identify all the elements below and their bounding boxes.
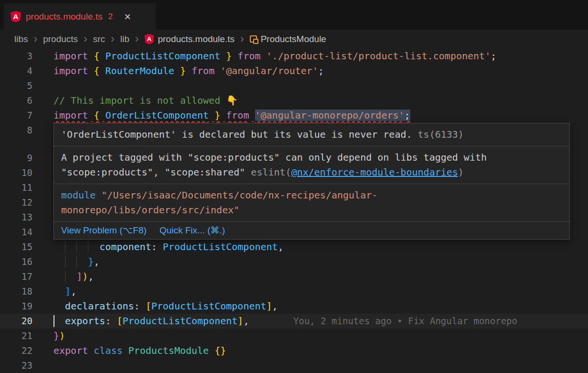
token-pun bbox=[220, 50, 226, 62]
code-line-21[interactable]: 21}) bbox=[0, 329, 588, 343]
token-pun: , bbox=[278, 241, 284, 252]
token-pun bbox=[53, 256, 88, 267]
line-number[interactable]: 6 bbox=[0, 93, 32, 108]
token-b1: [ bbox=[146, 300, 151, 312]
line-number[interactable]: 23 bbox=[0, 358, 32, 373]
line-number[interactable]: 13 bbox=[0, 210, 32, 225]
breadcrumb-separator-icon: › bbox=[134, 33, 140, 44]
line-number[interactable]: 22 bbox=[0, 343, 32, 358]
tab-title: products.module.ts bbox=[26, 11, 103, 22]
code-text: // This import is not allowed 👇 bbox=[53, 93, 238, 108]
module-path-line2: monorepo/libs/orders/src/index" bbox=[61, 204, 239, 216]
code-line-23[interactable]: 23 bbox=[0, 358, 588, 373]
breadcrumb-item-src[interactable]: src bbox=[93, 34, 105, 44]
token-kw: from bbox=[192, 65, 214, 77]
token-pun: , bbox=[243, 315, 249, 327]
breadcrumb-item-lib[interactable]: lib bbox=[120, 34, 129, 44]
token-kw: import bbox=[53, 65, 88, 77]
nx-enforce-module-boundaries-link[interactable]: @nx/enforce-module-boundaries bbox=[291, 166, 458, 178]
code-line-19[interactable]: 19 declarations: [ProductListComponent], bbox=[0, 299, 588, 314]
code-line-18[interactable]: 18 ], bbox=[0, 284, 588, 299]
line-number[interactable]: 21 bbox=[0, 329, 32, 343]
code-line-6[interactable]: 6// This import is not allowed 👇 bbox=[0, 93, 588, 108]
code-text: export class ProductsModule {} bbox=[53, 343, 226, 358]
breadcrumb-separator-icon: › bbox=[33, 33, 39, 44]
line-number[interactable]: 16 bbox=[0, 254, 32, 269]
token-b1: [ bbox=[117, 315, 122, 327]
line-number[interactable]: 20 bbox=[0, 314, 32, 329]
line-number[interactable]: 4 bbox=[0, 64, 32, 78]
token-pun: , bbox=[272, 300, 278, 312]
line-number[interactable]: 17 bbox=[0, 269, 32, 284]
token-type: ProductsModule bbox=[128, 345, 209, 356]
quick-fix-action[interactable]: Quick Fix... (⌘.) bbox=[160, 224, 225, 237]
problem-hover-popup: 'OrderListComponent' is declared but its… bbox=[53, 123, 570, 240]
line-number[interactable]: 3 bbox=[0, 49, 32, 64]
breadcrumb-label: src bbox=[93, 34, 105, 44]
token-b1: } bbox=[226, 50, 232, 62]
token-b2: } bbox=[53, 330, 59, 341]
eslint-error-line1: A project tagged with "scope:products" c… bbox=[61, 150, 562, 165]
breadcrumb-item-productsmodule[interactable]: ProductsModule bbox=[250, 34, 326, 44]
ts-error-message: 'OrderListComponent' is declared but its… bbox=[54, 123, 569, 146]
breadcrumb-label: products.module.ts bbox=[158, 34, 235, 44]
code-editor[interactable]: 'OrderListComponent' is declared but its… bbox=[0, 48, 588, 373]
ts-error-text: 'OrderListComponent' is declared but its… bbox=[61, 129, 412, 140]
token-pun: , bbox=[71, 285, 76, 297]
eslint-source-suffix: ) bbox=[458, 166, 464, 178]
breadcrumb-label: libs bbox=[14, 34, 28, 44]
code-line-5[interactable]: 5 bbox=[0, 78, 588, 93]
code-line-3[interactable]: 3import { ProductListComponent } from '.… bbox=[0, 49, 588, 64]
token-prop: exports bbox=[65, 315, 105, 327]
line-number[interactable]: 11 bbox=[0, 180, 32, 195]
token-b1: { bbox=[94, 50, 99, 62]
token-pun bbox=[220, 110, 226, 121]
breadcrumb-item-libs[interactable]: libs bbox=[14, 34, 28, 44]
hover-actions: View Problem (⌥F8) Quick Fix... (⌘.) bbox=[54, 221, 569, 239]
tab-error-count-badge: 2 bbox=[108, 12, 113, 22]
token-b1: {} bbox=[214, 345, 226, 356]
breadcrumb-item-products-module-ts[interactable]: Aproducts.module.ts bbox=[144, 34, 235, 44]
token-pun bbox=[53, 285, 65, 297]
token-b1: ] bbox=[267, 300, 272, 312]
line-number[interactable]: 18 bbox=[0, 284, 32, 299]
code-line-7[interactable]: 7import { OrderListComponent } from '@an… bbox=[0, 108, 588, 123]
code-line-20[interactable]: 20 exports: [ProductListComponent],You, … bbox=[0, 314, 588, 329]
line-number[interactable]: 10 bbox=[0, 165, 32, 180]
tab-products-module[interactable]: A products.module.ts 2 × bbox=[4, 3, 156, 30]
module-info-line1: module "/Users/isaac/Documents/code/nx-r… bbox=[61, 188, 562, 203]
token-b1: { bbox=[94, 110, 99, 121]
code-line-22[interactable]: 22export class ProductsModule {} bbox=[0, 343, 588, 358]
view-problem-action[interactable]: View Problem (⌥F8) bbox=[61, 224, 147, 237]
line-number[interactable]: 19 bbox=[0, 299, 32, 314]
code-text: ], bbox=[53, 284, 76, 299]
token-kw: from bbox=[237, 50, 260, 62]
token-pun bbox=[261, 50, 267, 62]
token-pun bbox=[174, 65, 180, 77]
line-number[interactable]: 9 bbox=[0, 151, 32, 165]
code-line-17[interactable]: 17 ]), bbox=[0, 269, 588, 284]
token-kw: export bbox=[53, 345, 88, 356]
code-line-15[interactable]: 15 component: ProductListComponent, bbox=[0, 240, 588, 254]
breadcrumb-label: products bbox=[43, 34, 78, 44]
token-prop: declarations bbox=[65, 300, 134, 312]
token-pun: , bbox=[88, 271, 94, 282]
line-number[interactable]: 12 bbox=[0, 195, 32, 210]
code-line-4[interactable]: 4import { RouterModule } from '@angular/… bbox=[0, 64, 588, 78]
token-pun: : bbox=[105, 315, 117, 327]
token-cls: ProductListComponent bbox=[123, 315, 238, 327]
breadcrumb-item-products[interactable]: products bbox=[43, 34, 78, 44]
line-number[interactable]: 14 bbox=[0, 225, 32, 240]
token-pun bbox=[99, 65, 105, 77]
line-number[interactable]: 15 bbox=[0, 240, 32, 254]
line-number[interactable]: 8 bbox=[0, 123, 32, 138]
line-number[interactable]: 7 bbox=[0, 108, 32, 123]
git-blame-annotation: You, 2 minutes ago • Fix Angular monorep… bbox=[293, 314, 517, 329]
close-tab-icon[interactable]: × bbox=[124, 11, 131, 22]
module-info-line2: monorepo/libs/orders/src/index" bbox=[61, 203, 562, 218]
token-pun bbox=[88, 345, 94, 356]
token-emoji: 👇 bbox=[226, 95, 238, 106]
token-pun bbox=[53, 271, 76, 282]
line-number[interactable]: 5 bbox=[0, 78, 32, 93]
code-line-16[interactable]: 16 }, bbox=[0, 254, 588, 269]
